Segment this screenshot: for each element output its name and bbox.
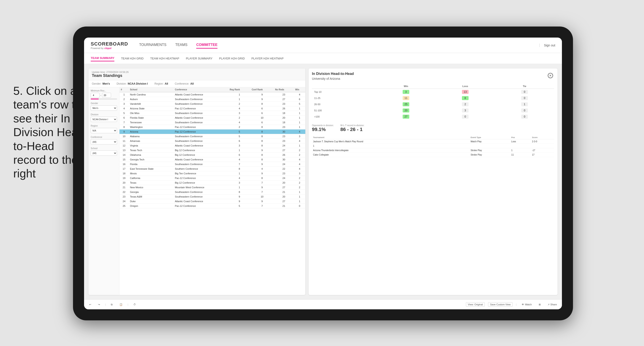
- cell-rank: 23: [120, 194, 128, 199]
- h2h-range-label: 51-100: [312, 107, 376, 114]
- cell-win: 4: [294, 167, 305, 171]
- cell-reg-rank: 5: [228, 204, 250, 208]
- h2h-close-button[interactable]: ✕: [548, 73, 553, 78]
- cell-school: New Mexico: [128, 185, 174, 190]
- table-row[interactable]: 19 California Pac-12 Conference 4 8 24 2: [120, 176, 305, 180]
- sub-nav-team-h2h-grid[interactable]: TEAM H2H GRID: [121, 56, 144, 61]
- cell-win: 1: [294, 111, 305, 116]
- sign-out-button[interactable]: Sign out: [539, 43, 555, 47]
- conference-select[interactable]: (All): [91, 139, 117, 145]
- table-row[interactable]: 4 Arizona State Pac-12 Conference 4 6 26…: [120, 106, 305, 111]
- table-row[interactable]: 16 Florida Southeastern Conference 7 9 2…: [120, 162, 305, 167]
- h2h-win-cell: 11: [376, 95, 436, 101]
- min-rounds-input[interactable]: [91, 93, 100, 98]
- table-row[interactable]: 3 Vanderbilt Southeastern Conference 2 8…: [120, 102, 305, 106]
- cell-no-rnds: 30: [274, 130, 294, 134]
- cell-school: Vanderbilt: [128, 102, 174, 106]
- nav-tournaments[interactable]: TOURNAMENTS: [139, 42, 166, 49]
- table-row[interactable]: 5 Ole Miss Southeastern Conference 3 6 1…: [120, 111, 305, 116]
- cell-conf-rank: 9: [250, 199, 274, 204]
- h2h-title-group: In Division Head-to-Head University of A…: [312, 72, 354, 84]
- cell-no-rnds: 30: [274, 157, 294, 162]
- sub-nav-player-h2h-grid[interactable]: PLAYER H2H GRID: [219, 56, 245, 61]
- sub-nav-player-summary[interactable]: PLAYER SUMMARY: [186, 56, 212, 61]
- cell-rank: 1: [120, 92, 128, 97]
- cell-rank: 15: [120, 157, 128, 162]
- table-row[interactable]: 10 Alabama Southeastern Conference 5 8 2…: [120, 134, 305, 139]
- share-button[interactable]: ↗ Share: [546, 302, 558, 307]
- grid-button[interactable]: ⊞: [537, 302, 542, 307]
- table-row[interactable]: 12 Virginia Atlantic Coast Conference 3 …: [120, 143, 305, 148]
- cell-conference: Atlantic Coast Conference: [174, 92, 228, 97]
- toolbar-sep-2: |: [128, 303, 128, 306]
- cell-reg-rank: 1: [228, 97, 250, 102]
- tourn-col-pos: Pos: [510, 136, 531, 139]
- cell-no-rnds: 24: [274, 143, 294, 148]
- cell-school: Georgia: [128, 190, 174, 194]
- nav-links: TOURNAMENTS TEAMS COMMITTEE: [139, 42, 539, 49]
- opponents-label: Opponents in division:: [312, 124, 334, 127]
- paste-button[interactable]: 📋: [118, 302, 124, 307]
- table-row[interactable]: 2 Auburn Southeastern Conference 1 9 27 …: [120, 97, 305, 102]
- cell-win: 0: [294, 204, 305, 208]
- sub-nav-team-summary[interactable]: TEAM SUMMARY: [91, 55, 114, 61]
- cell-rank: 25: [120, 204, 128, 208]
- cell-reg-rank: 1: [228, 148, 250, 153]
- cell-conference: Atlantic Coast Conference: [174, 116, 228, 120]
- redo-button[interactable]: ↪: [96, 302, 102, 307]
- cell-reg-rank: 2: [228, 125, 250, 130]
- cell-conference: Southeastern Conference: [174, 102, 228, 106]
- undo-button[interactable]: ↩: [88, 302, 93, 307]
- table-row[interactable]: 17 East Tennessee State Southern Confere…: [120, 167, 305, 171]
- clock-button[interactable]: ⏱: [132, 302, 138, 307]
- table-row[interactable]: 8 Washington Pac-12 Conference 2 8 23 1: [120, 125, 305, 130]
- h2h-tie-cell: 0: [495, 95, 554, 101]
- table-row[interactable]: 15 Georgia Tech Atlantic Coast Conferenc…: [120, 157, 305, 162]
- gender-select[interactable]: Men's: [91, 105, 117, 111]
- standings-panel-title: Team Standings: [92, 73, 128, 78]
- table-row[interactable]: 20 Texas Big 12 Conference 3 7 20 2: [120, 180, 305, 185]
- cell-reg-rank: 1: [228, 171, 250, 176]
- table-row[interactable]: 7 Tennessee Southeastern Conference 4 6 …: [120, 120, 305, 125]
- nav-committee[interactable]: COMMITTEE: [196, 42, 218, 49]
- copy-button[interactable]: ⧉: [109, 302, 114, 307]
- tourn-score: 17: [531, 153, 554, 157]
- table-row[interactable]: 22 Georgia Southeastern Conference 8 7 2…: [120, 190, 305, 194]
- watch-button[interactable]: 👁 Watch: [520, 302, 534, 307]
- table-row[interactable]: 18 Illinois Big Ten Conference 1 9 23 3: [120, 171, 305, 176]
- table-row[interactable]: 21 New Mexico Mountain West Conference 1…: [120, 185, 305, 190]
- tourn-pos: 1: [510, 148, 531, 153]
- wlt-group: W-L-T record in-division: 86 - 26 - 1: [340, 124, 364, 132]
- school-select[interactable]: (All): [91, 151, 117, 156]
- nav-teams[interactable]: TEAMS: [175, 42, 188, 49]
- table-row[interactable]: 11 Arkansas Southeastern Conference 6 8 …: [120, 139, 305, 143]
- table-row[interactable]: 6 Florida State Atlantic Coast Conferenc…: [120, 116, 305, 120]
- table-row[interactable]: 24 Duke Atlantic Coast Conference 9 9 27…: [120, 199, 305, 204]
- filters-row: Gender: Men's Division: NCAA Division I …: [88, 80, 305, 87]
- conference-filter: Conference: All: [175, 82, 194, 85]
- opponents-stats: Opponents in division: 99.1% W-L-T recor…: [312, 124, 554, 132]
- h2h-range-label: Top 10: [312, 89, 376, 95]
- view-original-button[interactable]: View: Original: [466, 302, 485, 307]
- rounds-slider[interactable]: [91, 99, 117, 99]
- table-row[interactable]: 25 Oregon Pac-12 Conference 5 7 21 0: [120, 204, 305, 208]
- table-row[interactable]: 14 Oklahoma Big 12 Conference 6 8 26 2: [120, 153, 305, 157]
- sub-nav-team-h2h-heatmap[interactable]: TEAM H2H HEATMAP: [150, 56, 179, 61]
- cell-win: 1: [294, 106, 305, 111]
- table-row[interactable]: 1 North Carolina Atlantic Coast Conferen…: [120, 92, 305, 97]
- max-rounds-input[interactable]: [102, 93, 111, 98]
- cell-reg-rank: 8: [228, 167, 250, 171]
- table-row[interactable]: 13 Texas Tech Big 12 Conference 1 9 27 2: [120, 148, 305, 153]
- table-row[interactable]: 9 Arizona Pac-12 Conference 5 8 30 4: [120, 130, 305, 134]
- min-rounds-label: Minimum Rou...: [91, 89, 117, 92]
- save-custom-button[interactable]: Save Custom View: [488, 302, 512, 307]
- sub-nav-player-h2h-heatmap[interactable]: PLAYER H2H HEATMAP: [251, 56, 284, 61]
- region-select[interactable]: N/A: [91, 128, 117, 133]
- cell-rank: 5: [120, 111, 128, 116]
- cell-school: Ole Miss: [128, 111, 174, 116]
- cell-school: Texas: [128, 180, 174, 185]
- division-select[interactable]: NCAA Division I: [91, 117, 117, 122]
- table-row[interactable]: 23 Texas A&M Southeastern Conference 9 1…: [120, 194, 305, 199]
- bottom-toolbar: ↩ ↪ | ⧉ 📋 | ⏱ View: Original Save Custom…: [84, 299, 562, 309]
- tablet-screen: SCOREBOARD Powered by clippd TOURNAMENTS…: [84, 37, 562, 309]
